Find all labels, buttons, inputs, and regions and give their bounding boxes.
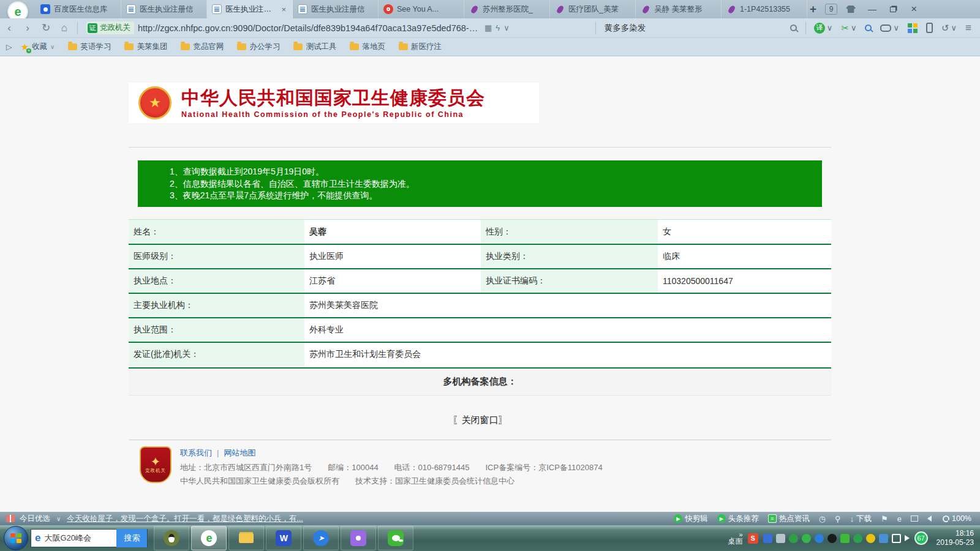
find-on-page-button[interactable] [865,24,872,31]
tab-close-icon[interactable]: × [280,5,287,14]
taskbar-app-wps[interactable]: W [266,526,301,550]
taskbar-app-wechat[interactable] [378,526,413,550]
search-input[interactable] [605,23,785,32]
toolbar-search[interactable] [600,20,802,36]
site-map-link[interactable]: 网站地图 [224,448,255,457]
taskbar-search-button[interactable]: 搜索 [116,529,147,547]
bookmark-folder-landing[interactable]: 落地页 [350,42,385,52]
e-browser-tray-icon[interactable] [802,534,811,543]
green-shield-tray-icon[interactable] [789,534,798,543]
browser-logo[interactable]: e [0,0,36,18]
site-header-banner: ★ 中华人民共和国国家卫生健康委员会 National Health Commi… [129,83,539,123]
headline-recommend-button[interactable]: ▶头条推荐 [717,514,759,524]
antivirus-tray-icon[interactable] [866,534,875,543]
hot-news-button[interactable]: ≡热点资讯 [768,514,810,524]
screenshot-scissors-button[interactable]: ✂∨ [841,23,856,34]
bird-tray-icon[interactable] [815,534,824,543]
tab-wujing[interactable]: 吴静 美莱整形 [636,0,722,18]
close-window-link[interactable]: 〖关闭窗口〗 [129,414,831,426]
document-favicon [298,4,307,14]
security-shield-tray-icon[interactable] [853,534,862,543]
forward-button[interactable]: › [18,22,37,34]
bookmark-folder-meilai[interactable]: 美莱集团 [124,42,167,52]
url-text[interactable]: http://zgcx.nhfpc.gov.cn:9090/Doctor/Det… [138,23,481,33]
start-button[interactable] [4,526,28,550]
speed-mode-icon[interactable]: ϟ [496,23,500,32]
cloud-drive-tray-icon[interactable] [763,534,772,543]
tab-doctor-reg-active[interactable]: 医生执业注册信× [207,0,293,18]
bookmark-folder-office[interactable]: 办公学习 [237,42,280,52]
apps-grid-button[interactable] [908,23,918,33]
taskbar-app-explorer[interactable] [228,526,264,550]
search-icon[interactable] [790,24,797,31]
theme-skin-icon[interactable] [846,6,856,13]
window-mode-icon[interactable] [911,515,918,522]
back-button[interactable]: ‹ [0,22,18,34]
quick-edit-button[interactable]: ▶快剪辑 [674,514,708,524]
bookmark-folder-testing[interactable]: 测试工具 [293,42,336,52]
taskbar-clock[interactable]: 18:16 2019-05-23 [937,529,974,547]
browser-tab-bar: e 百度医生信息库 医生执业注册信 医生执业注册信× 医生执业注册信 See Y… [0,0,980,18]
pin-icon[interactable]: ⚲ [835,514,841,523]
zoom-control[interactable]: 100% [943,514,971,523]
folder-icon [124,43,134,50]
site-certificate-badge[interactable]: 证 党政机关 [86,21,134,34]
security-score-badge[interactable]: 67 [914,531,928,545]
games-button[interactable]: ∨ [880,23,899,32]
taskbar-app-photos[interactable] [341,526,376,550]
desktop-toolbar[interactable]: »桌面 [728,531,743,545]
new-tab-button[interactable]: + [810,2,816,16]
system-tray [763,534,910,543]
restore-button[interactable] [883,0,903,18]
qq-tray-icon[interactable] [827,534,837,543]
page-title: 中华人民共和国国家卫生健康委员会 [181,88,485,108]
tab-image-file[interactable]: 1-1P42513355 [722,0,807,18]
network-tray-icon[interactable] [892,534,901,543]
document-lock-tray-icon[interactable] [776,534,785,543]
close-button[interactable]: × [903,0,924,18]
history-clock-icon[interactable]: ◷ [819,514,826,523]
taskbar-search-box[interactable]: e 搜索 [31,529,148,547]
sogou-tray-icon[interactable]: S [748,533,758,544]
home-button[interactable]: ⌂ [55,22,74,34]
download-button[interactable]: ↓下载 [850,514,872,524]
ie-compat-icon[interactable]: e [897,514,902,523]
volume-tray-icon[interactable] [905,535,910,541]
bookmark-folder-competitors[interactable]: 竞品官网 [181,42,224,52]
favorites-button[interactable]: ★+ 收藏 ∨ [21,42,55,53]
bookmark-folder-medical[interactable]: 新医疗注 [399,42,442,52]
photo-tool-tray-icon[interactable] [879,534,888,543]
collapse-chevron-icon[interactable]: ∨ [56,515,61,522]
news-headline-link[interactable]: 今天收拾屋子，发现一个盒子。打开一看，都是绿色塑料的小兵，有... [67,514,303,524]
tab-see-you[interactable]: See You A... [379,0,464,18]
table-row: 执业范围： 外科专业 [129,317,831,342]
sidebar-toggle-icon[interactable]: ▷ [6,42,12,51]
tab-list-count[interactable]: 9 [825,4,837,15]
bookmark-folder-english[interactable]: 英语学习 [68,42,111,52]
tab-medical-team[interactable]: 医疗团队_美莱 [550,0,636,18]
url-dropdown-icon[interactable]: ∨ [503,23,510,32]
tab-suzhou-hospital[interactable]: 苏州整形医院_ [464,0,550,18]
contact-us-link[interactable]: 联系我们 [180,448,212,457]
taskbar-app-thunder[interactable]: ➤ [303,526,339,550]
gift-icon[interactable] [6,515,15,522]
speaker-icon[interactable] [927,515,932,522]
document-favicon [126,4,136,14]
tab-baidu-doctor-db[interactable]: 百度医生信息库 [36,0,121,18]
translate-button[interactable]: 译∨ [814,23,833,34]
taskbar-search-input[interactable] [44,534,116,543]
refresh-button[interactable]: ↻ [37,21,55,34]
minimize-button[interactable]: — [862,0,883,18]
qr-code-icon[interactable]: ▦ [484,23,492,32]
daily-picks-label[interactable]: 今日优选 [20,514,50,524]
flag-report-icon[interactable]: ⚑ [881,514,888,523]
mobile-sync-button[interactable] [926,23,933,33]
menu-button[interactable]: ≡ [965,22,971,34]
taskbar-app-qq[interactable] [154,526,189,550]
tab-doctor-reg-2[interactable]: 医生执业注册信 [293,0,379,18]
address-bar[interactable]: 证 党政机关 http://zgcx.nhfpc.gov.cn:9090/Doc… [81,20,592,36]
tab-doctor-reg-1[interactable]: 医生执业注册信 [121,0,207,18]
wechat-tray-icon[interactable] [840,534,850,543]
taskbar-app-browser[interactable]: e [191,526,227,550]
history-undo-button[interactable]: ↺∨ [941,23,957,34]
